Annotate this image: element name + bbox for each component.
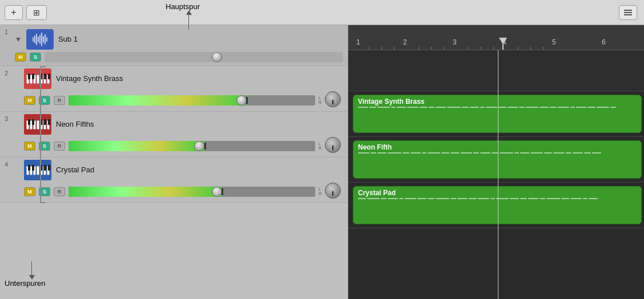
svg-rect-1	[624, 12, 632, 13]
track-1-top: ▼	[15, 29, 343, 50]
clip-vintage-synth-brass[interactable]: Vintage Synth Brass	[353, 95, 642, 133]
clip-2-notes	[358, 107, 637, 108]
clip-2-label: Vintage Synth Brass	[358, 98, 637, 106]
track-1-mute-button[interactable]: M	[15, 52, 26, 62]
track-3-lr-label: L R	[319, 142, 321, 150]
track-3-bottom: M S R L R	[24, 137, 343, 155]
timeline-mark-3: 3	[453, 38, 457, 46]
track-1-thumb	[26, 29, 54, 50]
track-4-thumb	[24, 160, 51, 180]
track-3-controls: Neon Fifths M S R L	[13, 111, 348, 159]
app-window: + ⊞ 1 ▼	[0, 0, 644, 299]
track-2-volume-slider[interactable]	[69, 95, 315, 106]
label-unterspuren: Unterspuren	[5, 279, 46, 288]
piano-tracks: Vintage Synth Brass	[348, 50, 644, 299]
track-2-pan-knob[interactable]	[325, 91, 343, 110]
track-3-volume-slider[interactable]	[69, 141, 315, 151]
keyboard-icon-4	[25, 164, 51, 176]
track-2-thumb	[24, 68, 51, 89]
track-3-record-button[interactable]: R	[54, 142, 65, 151]
track-1-chevron[interactable]: ▼	[15, 35, 22, 43]
track-3-top: Neon Fifths	[24, 114, 343, 135]
track-3-solo-button[interactable]: S	[39, 142, 50, 151]
timeline-mark-6: 6	[602, 38, 606, 46]
track-1-volume-slider[interactable]	[45, 52, 343, 62]
playhead[interactable]	[502, 38, 504, 50]
piano-track-row-1[interactable]	[348, 50, 644, 91]
track-2-top: Vintage Synth Brass	[24, 68, 343, 89]
timeline-mark-1: 1	[356, 38, 360, 46]
clip-3-notes	[358, 152, 637, 153]
timeline-mark-2: 2	[403, 38, 407, 46]
track-row: 1 ▼	[0, 25, 348, 66]
clip-4-label: Crystal Pad	[358, 189, 637, 197]
track-2-controls: Vintage Synth Brass M S R	[13, 65, 348, 113]
track-number-1: 1	[0, 25, 13, 35]
track-4-solo-button[interactable]: S	[39, 187, 50, 196]
track-2-bottom: M S R L R	[24, 91, 343, 110]
piano-track-row-2[interactable]: Vintage Synth Brass	[348, 91, 644, 137]
track-2-mute-button[interactable]: M	[24, 96, 35, 105]
playhead-marker	[499, 38, 507, 45]
track-number-3: 3	[0, 112, 13, 122]
collapse-icon	[624, 10, 632, 15]
clip-3-label: Neon Fifth	[358, 143, 637, 151]
track-number-4: 4	[0, 157, 13, 168]
track-2-name: Vintage Synth Brass	[56, 74, 123, 83]
track-1-name: Sub 1	[58, 35, 78, 43]
track-3-mute-button[interactable]: M	[24, 142, 35, 151]
content-area: 1 ▼	[0, 25, 644, 299]
waveform-icon	[31, 31, 49, 47]
clip-4-notes	[358, 198, 637, 199]
track-2-lr-label: L R	[319, 96, 321, 104]
keyboard-icon-2	[25, 72, 51, 85]
label-hauptspur: Hauptspur	[166, 2, 200, 11]
track-3-name: Neon Fifths	[56, 120, 94, 128]
global-playhead-line	[498, 50, 498, 299]
track-2-solo-button[interactable]: S	[39, 96, 50, 105]
track-4-top: Crystal Pad	[24, 160, 343, 180]
track-row-4: 4	[0, 157, 348, 203]
arrow-hauptspur-head	[186, 10, 192, 15]
piano-track-row-4[interactable]: Crystal Pad	[348, 183, 644, 228]
arrow-hauptspur-line	[188, 13, 189, 30]
piano-track-row-3[interactable]: Neon Fifth	[348, 137, 644, 183]
clip-crystal-pad[interactable]: Crystal Pad	[353, 186, 642, 224]
toolbar: + ⊞	[0, 0, 644, 25]
timeline[interactable]: 1 2 3 4 5 6	[348, 25, 644, 50]
svg-rect-0	[624, 10, 632, 11]
track-2-record-button[interactable]: R	[54, 96, 65, 105]
track-1-bottom: M S	[15, 52, 343, 62]
track-3-thumb	[24, 114, 51, 135]
track-4-bottom: M S R L R	[24, 183, 343, 201]
add-track2-button[interactable]: ⊞	[26, 5, 47, 20]
clip-neon-fifth[interactable]: Neon Fifth	[353, 140, 642, 179]
track-row-3: 3	[0, 112, 348, 157]
add-track-button[interactable]: +	[5, 5, 23, 20]
track-number-2: 2	[0, 66, 13, 76]
sub-tracks-wrapper: 2	[0, 66, 348, 203]
arrangement-area: 1 2 3 4 5 6	[348, 25, 644, 299]
track-4-mute-button[interactable]: M	[24, 187, 35, 196]
track-4-lr-label: L R	[319, 187, 321, 196]
collapse-button[interactable]	[619, 5, 637, 20]
track-4-controls: Crystal Pad M S R L	[13, 156, 348, 204]
track-list: 1 ▼	[0, 25, 348, 299]
track-1-solo-button[interactable]: S	[30, 52, 41, 62]
track-4-record-button[interactable]: R	[54, 187, 65, 196]
timeline-marks: 1 2 3 4 5 6	[353, 25, 639, 50]
track-4-volume-slider[interactable]	[69, 187, 315, 197]
track-4-name: Crystal Pad	[56, 165, 94, 174]
timeline-mark-5: 5	[552, 38, 556, 46]
arrow-unterspuren-head	[29, 275, 35, 280]
svg-rect-2	[624, 14, 632, 15]
track-1-controls: ▼	[13, 26, 348, 66]
keyboard-icon-3	[25, 118, 51, 131]
track-4-pan-knob[interactable]	[325, 183, 343, 201]
track-3-pan-knob[interactable]	[325, 137, 343, 155]
track-row-2: 2	[0, 66, 348, 112]
